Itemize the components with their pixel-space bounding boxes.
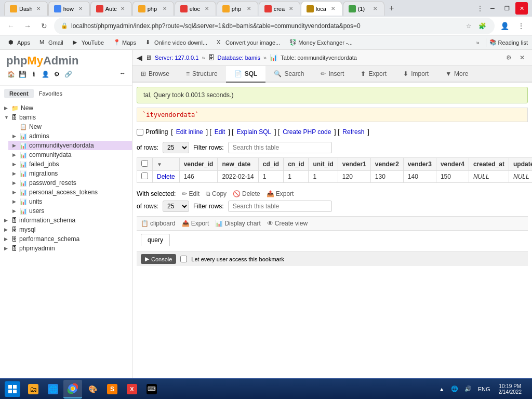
tree-users[interactable]: ▶ 📊 users	[8, 206, 132, 216]
profile-button[interactable]: 👤	[498, 19, 511, 33]
create-view-button[interactable]: 👁 Create view	[267, 220, 308, 227]
bookmark-item-0[interactable]: ⬢Apps	[4, 38, 34, 47]
tab-close-tab2[interactable]: ✕	[77, 5, 84, 12]
forward-button[interactable]: →	[21, 19, 34, 33]
clipboard-button[interactable]: 📋 clipboard	[141, 220, 176, 227]
edit-inline-link[interactable]: Edit inline	[176, 128, 203, 136]
bookmark-item-3[interactable]: 📍Maps	[109, 38, 140, 47]
col-vender-id[interactable]: vender_id	[179, 158, 218, 171]
tree-mysql[interactable]: ▶ 🗄 mysql	[0, 225, 132, 234]
tree-migrations[interactable]: ▶ 📊 migrations	[8, 169, 132, 178]
export-bottom-button[interactable]: 📤 Export	[182, 220, 209, 227]
col-cn-id[interactable]: cn_id	[284, 158, 309, 171]
browser-tab-tab5[interactable]: eloc✕	[175, 1, 216, 16]
tab-close-tab5[interactable]: ✕	[203, 5, 210, 12]
tab-import[interactable]: ⬇ Import	[395, 66, 437, 83]
refresh-link[interactable]: Refresh	[342, 128, 364, 136]
profiling-checkbox[interactable]	[137, 129, 143, 136]
taskbar-chrome[interactable]	[63, 380, 82, 398]
minimize-button[interactable]: ─	[486, 2, 499, 15]
tab-more[interactable]: ▼ More	[437, 66, 476, 83]
bulk-edit-button[interactable]: ✏ Edit	[182, 190, 200, 197]
tab-structure[interactable]: ≡ Structure	[178, 66, 226, 83]
col-updated-at[interactable]: updated_at	[509, 158, 532, 171]
taskbar-cmd[interactable]: ⌨	[142, 380, 161, 398]
col-created-at[interactable]: created_at	[469, 158, 509, 171]
browser-tab-tab7[interactable]: crea✕	[259, 1, 300, 16]
tab-sql[interactable]: 📄 SQL	[226, 66, 266, 83]
tree-password-resets[interactable]: ▶ 📊 password_resets	[8, 178, 132, 188]
tab-insert[interactable]: ✏ Insert	[312, 66, 352, 83]
filter-input-bottom[interactable]	[228, 201, 332, 212]
tree-communitydata[interactable]: ▶ 📊 communitydata	[8, 150, 132, 159]
menu-button[interactable]: ⋮	[514, 19, 528, 33]
tab-close-tab3[interactable]: ✕	[119, 5, 126, 12]
col-vender2[interactable]: vender2	[370, 158, 403, 171]
taskbar-xampp[interactable]: X	[123, 380, 141, 398]
taskbar-paint[interactable]: 🎨	[83, 380, 102, 398]
tab-export[interactable]: ⬆ Export	[352, 66, 395, 83]
tab-overflow-button[interactable]: ⋮	[474, 4, 486, 13]
col-cd-id[interactable]: cd_id	[258, 158, 283, 171]
bookmark-item-2[interactable]: ▶YouTube	[69, 38, 108, 47]
display-chart-button[interactable]: 📊 Display chart	[215, 220, 260, 227]
explain-sql-link[interactable]: Explain SQL	[236, 128, 271, 136]
col-unit-id[interactable]: unit_id	[309, 158, 338, 171]
bookmark-star-button[interactable]: ☆	[463, 20, 474, 32]
tab-close-tab7[interactable]: ✕	[287, 5, 295, 12]
tree-failed-jobs[interactable]: ▶ 📊 failed_jobs	[8, 159, 132, 169]
tray-clock[interactable]: 10:19 PM 2/14/2022	[495, 383, 526, 395]
taskbar-browser-ie[interactable]: 🌐	[44, 380, 62, 398]
row-checkbox[interactable]	[141, 172, 148, 179]
bookmarks-more-button[interactable]: »	[473, 38, 482, 47]
tree-admins[interactable]: ▶ 📊 admins	[8, 131, 132, 141]
query-tab[interactable]: query	[141, 234, 170, 246]
tab-close-tab4[interactable]: ✕	[161, 5, 168, 12]
taskbar-file-explorer[interactable]: 🗂	[24, 380, 43, 398]
browser-tab-tab3[interactable]: Autc✕	[90, 1, 132, 16]
col-vender3[interactable]: vender3	[403, 158, 436, 171]
url-bar[interactable]: 🔒 localhost/phpmyadmin/index.php?route=/…	[54, 18, 495, 34]
tray-up-arrow[interactable]: ▲	[437, 386, 447, 392]
browser-tab-tab8[interactable]: loca✕	[301, 1, 342, 16]
pma-users-icon[interactable]: 👤	[41, 70, 50, 79]
tree-information-schema[interactable]: ▶ 🗄 information_schema	[0, 216, 132, 225]
back-button[interactable]: ←	[4, 19, 18, 33]
tree-performance-schema[interactable]: ▶ 🗄 performance_schema	[0, 234, 132, 244]
filter-input-top[interactable]	[228, 142, 332, 153]
browser-tab-tab9[interactable]: (1)✕	[343, 1, 384, 16]
tree-bamis[interactable]: ▼ 🗄 bamis	[0, 113, 132, 122]
tray-lang[interactable]: ENG	[476, 386, 493, 392]
tree-commundityvendordata[interactable]: ▶ 📊 commundityvendordata	[8, 141, 132, 150]
pma-recent-tab[interactable]: Recent	[4, 89, 34, 98]
console-button[interactable]: ▶ Console	[141, 254, 176, 264]
collapse-sidebar-button[interactable]: ◀	[137, 54, 142, 62]
col-vender1[interactable]: vender1	[338, 158, 370, 171]
start-button[interactable]	[2, 380, 23, 398]
close-button[interactable]: ✕	[515, 2, 528, 15]
reading-list-button[interactable]: 📚 Reading list	[489, 39, 528, 46]
bookmark-item-6[interactable]: 💱Money Exchanger -...	[285, 38, 357, 47]
tab-search[interactable]: 🔍 Search	[265, 66, 312, 83]
tree-phpmyadmin[interactable]: ▶ 🗄 phpmyadmin	[0, 244, 132, 253]
pma-sql-icon[interactable]: 💾	[18, 70, 27, 79]
col-new-date[interactable]: new_date	[218, 158, 258, 171]
database-breadcrumb[interactable]: Database: bamis	[218, 55, 261, 61]
bookmark-checkbox[interactable]	[180, 256, 187, 262]
pma-settings-icon[interactable]: ⚙	[52, 70, 61, 79]
bookmark-item-1[interactable]: MGmail	[35, 38, 68, 47]
tab-close-tab9[interactable]: ✕	[371, 5, 379, 12]
bulk-delete-button[interactable]: 🚫 Delete	[233, 190, 260, 197]
pma-replication-icon[interactable]: 🔗	[63, 70, 73, 79]
server-breadcrumb[interactable]: Server: 127.0.0.1	[155, 55, 198, 61]
extensions-button[interactable]: 🧩	[476, 20, 488, 32]
bookmark-item-4[interactable]: ⬇Online video downl...	[141, 38, 211, 47]
pma-home-icon[interactable]: 🏠	[6, 70, 16, 79]
edit-link[interactable]: Edit	[215, 128, 225, 136]
bulk-copy-button[interactable]: ⧉ Copy	[206, 190, 227, 197]
create-php-link[interactable]: Create PHP code	[283, 128, 331, 136]
tree-personal-access-tokens[interactable]: ▶ 📊 personal_access_tokens	[8, 188, 132, 197]
rows-per-page-select-bottom[interactable]: 25 50 100	[163, 201, 189, 212]
tree-units[interactable]: ▶ 📊 units	[8, 197, 132, 206]
settings-header-button[interactable]: ⚙	[503, 52, 514, 63]
